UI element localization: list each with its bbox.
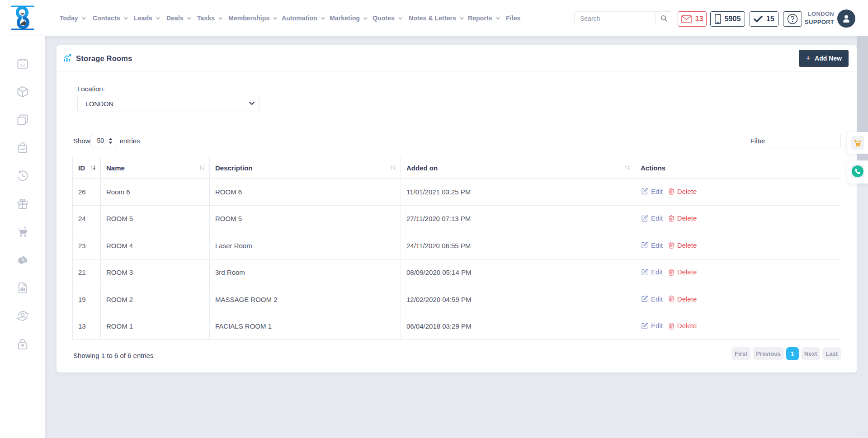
svg-text:12: 12 — [20, 62, 25, 67]
